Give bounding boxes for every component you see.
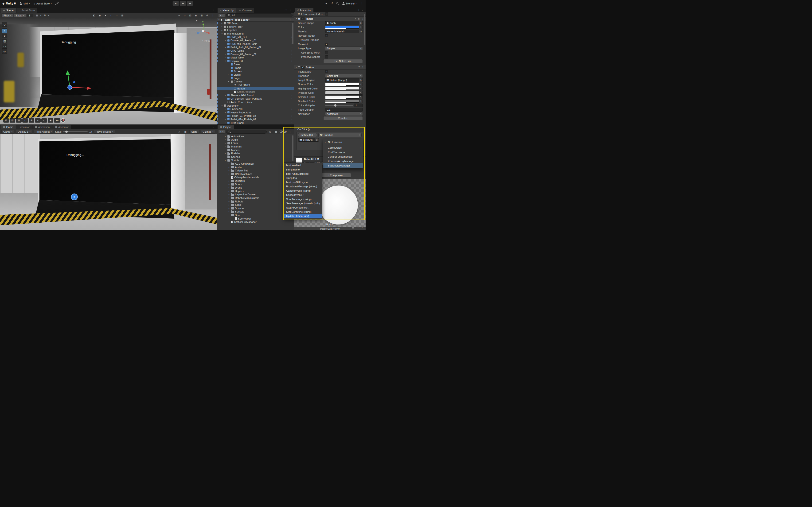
member-menu-item-bool-runineditmode[interactable]: bool runInEditMode: [284, 172, 322, 176]
foldout-arrow-icon[interactable]: ▸: [298, 39, 299, 41]
foldout-arrow-icon[interactable]: ▸: [224, 46, 226, 48]
menu-dots-icon[interactable]: ⋮: [362, 66, 364, 68]
object-picker-icon[interactable]: ⊙: [315, 138, 319, 142]
object-field[interactable]: None (Material)⊙: [325, 30, 363, 33]
menu-dots-icon[interactable]: ⋮: [212, 8, 215, 11]
project-account-dropdown[interactable]: MM ▾: [19, 2, 30, 5]
foldout-arrow-icon[interactable]: ▾: [224, 159, 226, 161]
scene-orientation-gizmo[interactable]: y z: [196, 20, 211, 39]
foldout-arrow-icon[interactable]: ▾: [227, 80, 230, 83]
object-field[interactable]: Knob⊙: [325, 21, 363, 25]
local-dropdown[interactable]: Local▾: [14, 13, 26, 17]
project-item-displays[interactable]: ▸Displays: [217, 179, 294, 183]
scene-view-toggle-icon[interactable]: ●: [103, 13, 108, 17]
hierarchy-item-tires-stand[interactable]: ▸Tires Stand›: [217, 121, 294, 124]
chevron-down-icon[interactable]: ▾: [48, 14, 49, 16]
member-menu-item-updatestationlist[interactable]: UpdateStationList (): [284, 214, 322, 218]
hierarchy-item-forklift-01-prefab-02[interactable]: ▸Forklift_01_Prefab_02›: [217, 114, 294, 118]
project-item-sockets[interactable]: ▸Sockets: [217, 210, 294, 214]
hidden-count-eye-icon[interactable]: [280, 130, 283, 133]
tab-animator[interactable]: ▦ Animator: [52, 125, 71, 129]
search-icon[interactable]: [336, 2, 339, 5]
foldout-arrow-icon[interactable]: ▾: [224, 60, 226, 62]
pause-button[interactable]: ▮▮: [180, 1, 186, 6]
member-menu-item-string-tag[interactable]: string tag: [284, 176, 322, 180]
color-field[interactable]: ✎: [325, 83, 363, 86]
tab-asset-store[interactable]: ⌂ Asset Store: [16, 8, 37, 13]
hierarchy-item-drawer-02-prefab-02[interactable]: ▸Drawer_02_Prefab_02›: [217, 52, 294, 56]
hierarchy-item-drawer-01-prefab-01[interactable]: ▸Drawer_01_Prefab_01›: [217, 39, 294, 42]
foldout-arrow-icon[interactable]: ▸: [228, 211, 230, 213]
tab-game[interactable]: ▦ Game: [0, 125, 16, 129]
component-enabled-checkbox[interactable]: ✓: [302, 66, 305, 69]
hierarchy-item-lights[interactable]: ▸Lights: [217, 73, 294, 76]
compass-icon[interactable]: [61, 118, 65, 123]
foldout-arrow-icon[interactable]: ▸: [224, 98, 226, 100]
foldout-arrow-icon[interactable]: ▸: [224, 43, 226, 45]
project-item-stationlistmanager[interactable]: #StationListManager: [217, 220, 294, 224]
function-menu-item-gameobject[interactable]: GameObject›: [323, 146, 363, 150]
foldout-arrow-icon[interactable]: ▸: [224, 53, 226, 55]
tab-animation[interactable]: ▦ Animation: [33, 125, 52, 129]
menu-item-no-function[interactable]: ✓ No Function: [323, 140, 363, 144]
color-field[interactable]: ✎: [325, 91, 363, 95]
member-menu-item-sendmessageupwards-string[interactable]: SendMessageUpwards (string): [284, 201, 322, 206]
project-item-doors[interactable]: ▸Doors: [217, 182, 294, 186]
project-item-robots[interactable]: ▸Robots: [217, 200, 294, 203]
scene-toolbar-icon[interactable]: ▦: [199, 13, 204, 17]
hierarchy-item-display-gt[interactable]: ▾Display GT›: [217, 59, 294, 63]
add-asset-button[interactable]: +▾: [218, 130, 225, 133]
scale-tool-button[interactable]: ◰: [2, 39, 7, 44]
tab-console[interactable]: ▤ Console: [236, 8, 254, 13]
scene-overlay-icon[interactable]: ⊕: [29, 118, 34, 123]
project-item-spotwalker[interactable]: #SpotWalker: [217, 217, 294, 220]
foldout-arrow-icon[interactable]: ▸: [224, 156, 226, 158]
scene-view-toggle-icon[interactable]: ◐: [109, 13, 113, 17]
prefab-open-chevron[interactable]: ›: [291, 108, 292, 110]
foldout-arrow-icon[interactable]: ▸: [228, 173, 230, 175]
foldout-arrow-icon[interactable]: ▸: [224, 57, 226, 59]
scene-root-row[interactable]: ▾ ◆ Factory Floor Scene* ⋮: [217, 18, 294, 21]
scene-overlay-icon[interactable]: ⌖: [35, 118, 41, 123]
add-gameobject-button[interactable]: +▾: [218, 13, 225, 17]
hierarchy-item-button[interactable]: Button: [217, 87, 294, 90]
menu-dots-icon[interactable]: ⋮: [361, 2, 363, 5]
foldout-arrow-icon[interactable]: ▸: [224, 40, 226, 42]
prefab-open-chevron[interactable]: ›: [291, 115, 292, 117]
history-icon[interactable]: ↺: [331, 2, 333, 5]
scene-viewport[interactable]: Debugging... ◇+↻◰▭◎ ⊞◫▦◐⊕⌖◇▣ XB y: [0, 18, 217, 124]
slider-handle[interactable]: [65, 130, 68, 133]
prefab-open-chevron[interactable]: ›: [291, 36, 292, 38]
prefab-open-chevron[interactable]: ›: [291, 50, 292, 52]
eyedropper-icon[interactable]: ✎: [359, 100, 363, 103]
foldout-arrow-icon[interactable]: ▸: [228, 197, 230, 199]
foldout-arrow-icon[interactable]: ▾: [218, 18, 219, 21]
scene-overlay-icon[interactable]: ◐: [22, 118, 28, 123]
xb-button[interactable]: XB: [54, 118, 60, 123]
color-field[interactable]: ✎: [325, 87, 363, 91]
scene-view-toggle-icon[interactable]: ◉: [98, 13, 102, 17]
grid-size-input[interactable]: 1: [27, 14, 33, 17]
checkbox[interactable]: ✓: [325, 34, 328, 37]
foldout-arrow-icon[interactable]: ▾: [296, 18, 297, 20]
move-tool-button[interactable]: +: [2, 29, 7, 33]
eyedropper-icon[interactable]: ✎: [359, 91, 363, 95]
tab-simulator[interactable]: Simulator: [16, 125, 32, 129]
foldout-arrow-icon[interactable]: ▸: [224, 138, 226, 140]
move-gizmo[interactable]: [51, 65, 96, 95]
scene-overlay-icon[interactable]: ◇: [41, 118, 47, 123]
scene-overlay-icon[interactable]: ▣: [48, 118, 53, 123]
foldout-arrow-icon[interactable]: ▸: [228, 183, 230, 185]
hierarchy-item-metal-table[interactable]: ▸Metal Table›: [217, 56, 294, 59]
axis-z-handle[interactable]: [197, 32, 199, 34]
number-field[interactable]: 0.1: [325, 108, 363, 112]
scene-toolbar-icon[interactable]: ⋮: [211, 13, 215, 17]
scene-toolbar-icon[interactable]: ▤: [188, 13, 193, 17]
foldout-arrow-icon[interactable]: ▸: [228, 180, 230, 182]
hierarchy-item-manufacturing[interactable]: ▾Manufacturing: [217, 32, 294, 36]
prefab-open-chevron[interactable]: ›: [291, 111, 292, 114]
game-viewport[interactable]: Debugging... >: [0, 134, 217, 230]
slider[interactable]: [325, 104, 353, 107]
hierarchy-item-pallet-jack-01-prefab-02[interactable]: ▸Pallet_Jack_01_Prefab_02›: [217, 46, 294, 49]
prefab-open-chevron[interactable]: ›: [291, 98, 292, 100]
